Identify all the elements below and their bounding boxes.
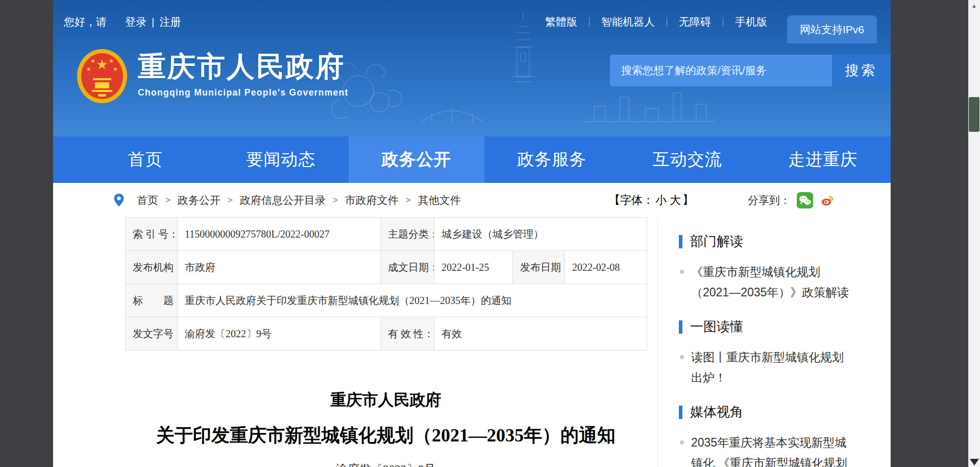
site-page: 您好，请 登录 | 注册 繁體版 智能机器人 无障碍 手机版 网站支持IPv6: [53, 0, 891, 467]
doc-number-label: 发文字号：: [126, 317, 178, 351]
breadcrumb-row: 首页 > 政务公开 > 政府信息公开目录 > 市政府文件 > 其他文件 【字体：…: [53, 183, 891, 217]
issuer-label: 发布机构：: [126, 251, 178, 284]
svg-text:★: ★: [90, 58, 95, 64]
section-accent-bar: [679, 235, 682, 248]
doc-title-value: 重庆市人民政府关于印发重庆市新型城镇化规划（2021—2035年）的通知: [178, 284, 647, 317]
site-header: 您好，请 登录 | 注册 繁體版 智能机器人 无障碍 手机版 网站支持IPv6: [53, 0, 891, 136]
ipv6-support-badge[interactable]: 网站支持IPv6: [787, 15, 877, 43]
login-link[interactable]: 登录: [125, 15, 146, 29]
svg-text:★: ★: [96, 57, 108, 72]
header-main-row: ★ ★ ★ ★ ★ 重庆市人民政府 Chongqing Municipal Pe…: [53, 43, 891, 136]
issuer-value: 市政府: [178, 251, 381, 284]
main-nav: 首页 要闻动态 政务公开 政务服务 互动交流 走进重庆: [53, 136, 891, 183]
section-accent-bar: [679, 406, 682, 419]
font-size-label: 【字体：: [609, 194, 654, 206]
document-meta-table: 索 引 号： 11500000009275780L/2022-00027 主题分…: [125, 217, 647, 351]
sidebar-link[interactable]: 《重庆市新型城镇化规划（2021—2035年）》政策解读: [691, 262, 850, 302]
scrollbar-thumb[interactable]: [969, 97, 979, 132]
sidebar-section-header: 部门解读: [679, 232, 893, 250]
scrollbar: ▲: [968, 0, 980, 467]
index-number-value: 11500000009275780L/2022-00027: [178, 218, 381, 251]
topic-category-label: 主题分类：: [381, 218, 434, 251]
site-subtitle: Chongqing Municipal People's Government: [138, 87, 349, 98]
login-register-divider: |: [152, 16, 154, 28]
location-pin-icon: [113, 193, 125, 207]
sidebar-section-interpretation: 部门解读 《重庆市新型城镇化规划（2021—2035年）》政策解读: [679, 232, 893, 302]
bullet-dot-icon: [680, 355, 684, 359]
section-title: 媒体视角: [690, 403, 743, 421]
svg-text:★: ★: [86, 66, 91, 72]
nav-item-gov-disclosure[interactable]: 政务公开: [349, 136, 484, 183]
site-logo[interactable]: ★ ★ ★ ★ ★ 重庆市人民政府 Chongqing Municipal Pe…: [77, 44, 349, 104]
breadcrumb-separator: >: [406, 195, 411, 205]
register-link[interactable]: 注册: [159, 15, 181, 29]
search-input[interactable]: [610, 55, 832, 86]
scroll-down-arrow[interactable]: [970, 459, 979, 465]
bullet-dot-icon: [680, 270, 684, 274]
nav-item-home[interactable]: 首页: [78, 136, 213, 183]
breadcrumb-gov-disclosure[interactable]: 政务公开: [178, 193, 220, 207]
nav-item-gov-services[interactable]: 政务服务: [484, 136, 620, 183]
publish-date-value: 2022-02-08: [565, 251, 647, 284]
table-row: 发文字号： 渝府发〔2022〕9号 有 效 性： 有效: [126, 317, 647, 351]
breadcrumb-home[interactable]: 首页: [137, 193, 158, 207]
mobile-version-link[interactable]: 手机版: [723, 15, 779, 29]
related-sidebar: 部门解读 《重庆市新型城镇化规划（2021—2035年）》政策解读 一图读懂 读…: [679, 217, 893, 467]
article-title-line2: 关于印发重庆市新型城镇化规划（2021—2035年）的通知: [125, 423, 647, 448]
topbar: 您好，请 登录 | 注册 繁體版 智能机器人 无障碍 手机版 网站支持IPv6: [53, 0, 891, 43]
breadcrumb-separator: >: [165, 195, 170, 205]
sidebar-section-header: 媒体视角: [679, 403, 893, 421]
scroll-up-arrow[interactable]: ▲: [968, 3, 980, 9]
svg-text:★: ★: [113, 66, 118, 72]
section-accent-bar: [679, 320, 682, 334]
validity-label: 有 效 性：: [381, 317, 434, 351]
list-item[interactable]: 《重庆市新型城镇化规划（2021—2035年）》政策解读: [679, 262, 893, 302]
table-row: 标 题： 重庆市人民政府关于印发重庆市新型城镇化规划（2021—2035年）的通…: [126, 284, 647, 317]
sidebar-section-header: 一图读懂: [679, 318, 893, 336]
wechat-share-icon[interactable]: [797, 192, 813, 208]
font-size-large-button[interactable]: 大: [670, 194, 681, 206]
sidebar-link[interactable]: 2035年重庆将基本实现新型城镇化 《重庆市新型城镇化规划（2021—2035年…: [691, 432, 850, 467]
publish-date-label: 发布日期：: [513, 251, 565, 284]
breadcrumb-current: 其他文件: [418, 193, 461, 207]
bullet-dot-icon: [680, 440, 684, 445]
nav-item-about-chongqing[interactable]: 走进重庆: [755, 136, 891, 183]
list-item[interactable]: 2035年重庆将基本实现新型城镇化 《重庆市新型城镇化规划（2021—2035年…: [679, 432, 893, 467]
search-button[interactable]: 搜索: [832, 55, 891, 86]
topbar-utility-links: 繁體版 智能机器人 无障碍 手机版 网站支持IPv6: [533, 0, 877, 43]
accessibility-link[interactable]: 无障碍: [667, 15, 723, 29]
validity-value: 有效: [434, 317, 647, 351]
section-title: 部门解读: [690, 232, 743, 250]
topic-category-value: 城乡建设（城乡管理）: [434, 218, 647, 251]
table-row: 发布机构： 市政府 成文日期： 2022-01-25 发布日期： 2022-02…: [126, 251, 647, 284]
national-emblem-icon: ★ ★ ★ ★ ★: [77, 49, 128, 104]
weibo-share-icon[interactable]: [819, 192, 836, 208]
column-divider: [657, 217, 658, 467]
site-title: 重庆市人民政府: [138, 53, 349, 81]
document-main-column: 索 引 号： 11500000009275780L/2022-00027 主题分…: [125, 217, 647, 467]
breadcrumb-city-gov-docs[interactable]: 市政府文件: [345, 193, 399, 207]
traditional-chinese-link[interactable]: 繁體版: [533, 15, 589, 29]
sidebar-section-infographic: 一图读懂 读图丨重庆市新型城镇化规划出炉！: [679, 318, 893, 388]
smart-robot-link[interactable]: 智能机器人: [590, 15, 667, 29]
sidebar-link[interactable]: 读图丨重庆市新型城镇化规划出炉！: [691, 347, 850, 388]
search-bar: 搜索: [610, 55, 891, 86]
font-size-small-button[interactable]: 小: [655, 194, 667, 206]
section-title: 一图读懂: [690, 318, 743, 336]
font-size-label-close: 】: [682, 194, 694, 206]
breadcrumb-info-catalog[interactable]: 政府信息公开目录: [240, 193, 326, 207]
nav-item-news[interactable]: 要闻动态: [213, 136, 349, 183]
greeting-text: 您好，请: [64, 15, 107, 29]
svg-text:★: ★: [109, 58, 114, 64]
breadcrumb-separator: >: [333, 195, 338, 205]
nav-item-interaction[interactable]: 互动交流: [620, 136, 755, 183]
article-title-line1: 重庆市人民政府: [125, 389, 647, 411]
topbar-account-area: 您好，请 登录 | 注册: [64, 15, 186, 29]
written-date-value: 2022-01-25: [434, 251, 513, 284]
index-number-label: 索 引 号：: [126, 218, 178, 251]
list-item[interactable]: 读图丨重庆市新型城镇化规划出炉！: [679, 347, 893, 388]
doc-title-label: 标 题：: [126, 284, 178, 317]
written-date-label: 成文日期：: [381, 251, 434, 284]
doc-number-value: 渝府发〔2022〕9号: [178, 317, 381, 351]
breadcrumb-separator: >: [228, 195, 233, 205]
